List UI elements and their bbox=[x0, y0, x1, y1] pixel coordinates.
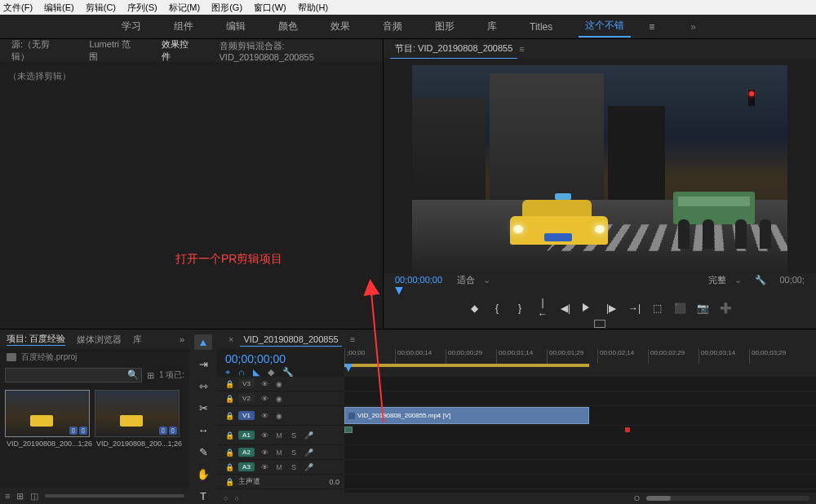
track-content[interactable]: VID_20190808_200855.mp4 [V] bbox=[344, 377, 816, 493]
ws-library[interactable]: 库 bbox=[481, 16, 503, 37]
play-button[interactable] bbox=[583, 303, 594, 314]
tab-program[interactable]: 节目: VID_20190808_200855 bbox=[390, 39, 517, 59]
menu-graphics[interactable]: 图形(G) bbox=[211, 2, 242, 14]
solo-button[interactable]: S bbox=[289, 431, 299, 440]
solo-button[interactable]: S bbox=[289, 463, 299, 471]
tab-menu-icon[interactable]: ≡ bbox=[519, 44, 524, 54]
search-icon[interactable]: 🔍 bbox=[127, 369, 139, 380]
track-v1[interactable]: VID_20190808_200855.mp4 [V] bbox=[344, 406, 816, 426]
track-v2[interactable] bbox=[344, 391, 816, 406]
timeline-zoom-scrollbar[interactable] bbox=[646, 496, 809, 501]
eye-icon[interactable]: 👁 bbox=[259, 431, 269, 440]
mark-out-button[interactable]: } bbox=[514, 303, 526, 314]
menu-file[interactable]: 文件(F) bbox=[3, 2, 33, 14]
zoom-slider[interactable] bbox=[45, 494, 184, 497]
track-header-v1[interactable]: 🔒V1👁◉ bbox=[217, 406, 344, 426]
track-a1[interactable] bbox=[344, 426, 816, 445]
menu-marker[interactable]: 标记(M) bbox=[169, 2, 201, 14]
mic-icon[interactable]: 🎤 bbox=[304, 463, 313, 471]
ws-audio[interactable]: 音频 bbox=[376, 16, 409, 37]
track-header-a2[interactable]: 🔒A2👁MS🎤 bbox=[217, 445, 344, 460]
timeline-playhead[interactable] bbox=[344, 364, 353, 372]
add-marker-button[interactable]: ◆ bbox=[468, 303, 480, 314]
lock-icon[interactable]: 🔒 bbox=[225, 412, 233, 420]
step-back-button[interactable]: ◀| bbox=[560, 303, 571, 314]
lock-icon[interactable]: 🔒 bbox=[225, 431, 233, 440]
hand-tool[interactable]: ✋ bbox=[194, 466, 212, 482]
search-options-icon[interactable]: ⊞ bbox=[147, 370, 154, 381]
ws-effects[interactable]: 效果 bbox=[324, 16, 357, 37]
type-tool[interactable]: T bbox=[194, 489, 212, 504]
selection-tool[interactable]: ▲ bbox=[194, 334, 212, 350]
tab-project[interactable]: 项目: 百度经验 bbox=[7, 333, 65, 346]
ws-custom[interactable]: 这个不错 bbox=[579, 15, 631, 38]
eye-icon[interactable]: 👁 bbox=[259, 395, 269, 403]
eye-icon[interactable]: 👁 bbox=[259, 463, 269, 471]
work-area-bar[interactable] bbox=[344, 364, 589, 367]
program-timecode[interactable]: 00;00;00;00 bbox=[395, 275, 442, 285]
solo-button[interactable]: S bbox=[289, 449, 299, 457]
marker-icon[interactable] bbox=[625, 427, 630, 432]
pen-tool[interactable]: ✎ bbox=[194, 444, 212, 460]
ws-graphics[interactable]: 图形 bbox=[428, 16, 461, 37]
track-v3[interactable] bbox=[344, 377, 816, 391]
extract-button[interactable]: ⬛ bbox=[674, 303, 685, 314]
output-icon[interactable]: ◉ bbox=[274, 395, 284, 403]
lock-icon[interactable]: 🔒 bbox=[225, 449, 233, 457]
track-select-tool[interactable]: ⇥ bbox=[194, 356, 212, 372]
slip-tool[interactable]: ↔ bbox=[194, 422, 212, 438]
track-a3[interactable] bbox=[344, 460, 816, 475]
safe-margins-icon[interactable] bbox=[594, 320, 605, 328]
program-time-ruler[interactable] bbox=[384, 287, 816, 297]
track-label[interactable]: A3 bbox=[238, 462, 255, 471]
timeline-timecode[interactable]: 00;00;00;00 bbox=[225, 352, 336, 365]
go-to-in-button[interactable]: |← bbox=[537, 297, 548, 320]
project-item[interactable]: ▯▯ VID_20190808_200...1;26 bbox=[95, 390, 180, 483]
zoom-fit-dropdown[interactable]: 适合 bbox=[457, 274, 475, 286]
list-view-icon[interactable]: ≡ bbox=[5, 491, 10, 501]
program-playhead[interactable] bbox=[395, 287, 403, 295]
menu-sequence[interactable]: 序列(S) bbox=[127, 2, 157, 14]
icon-view-icon[interactable]: ⊞ bbox=[16, 491, 24, 502]
timeline-ruler[interactable]: ;00;00 00;00;00;14 00;00;00;29 00;00;01;… bbox=[344, 349, 816, 377]
ws-assembly[interactable]: 组件 bbox=[167, 16, 200, 37]
mark-in-button[interactable]: { bbox=[491, 303, 503, 314]
close-sequence-button[interactable]: × bbox=[228, 334, 233, 344]
settings-icon[interactable]: 🔧 bbox=[755, 275, 766, 285]
menu-edit[interactable]: 编辑(E) bbox=[44, 2, 74, 14]
ws-learn[interactable]: 学习 bbox=[115, 16, 148, 37]
ws-overflow-icon[interactable]: » bbox=[684, 18, 701, 36]
program-monitor[interactable] bbox=[384, 59, 816, 273]
track-label[interactable]: V2 bbox=[238, 394, 255, 403]
lock-icon[interactable]: 🔒 bbox=[225, 395, 233, 403]
lock-icon[interactable]: 🔒 bbox=[225, 478, 233, 486]
razor-tool[interactable]: ✂ bbox=[194, 400, 212, 416]
tab-libraries[interactable]: 库 bbox=[133, 334, 142, 346]
resolution-dropdown[interactable]: 完整 bbox=[708, 274, 726, 286]
mute-button[interactable]: M bbox=[274, 449, 284, 457]
audio-clip[interactable] bbox=[344, 427, 353, 433]
menu-clip[interactable]: 剪辑(C) bbox=[86, 2, 116, 14]
eye-icon[interactable]: 👁 bbox=[259, 380, 269, 388]
mic-icon[interactable]: 🎤 bbox=[304, 449, 313, 457]
project-item[interactable]: ▯▯ VID_20190808_200...1;26 bbox=[5, 390, 90, 483]
output-icon[interactable]: ◉ bbox=[274, 380, 284, 388]
sequence-tab[interactable]: VID_20190808_200855 bbox=[240, 333, 341, 347]
mute-button[interactable]: M bbox=[274, 463, 284, 471]
menu-window[interactable]: 窗口(W) bbox=[254, 2, 286, 14]
go-to-out-button[interactable]: →| bbox=[628, 303, 640, 314]
track-header-a3[interactable]: 🔒A3👁MS🎤 bbox=[217, 460, 344, 475]
step-forward-button[interactable]: |▶ bbox=[605, 303, 617, 314]
menu-help[interactable]: 帮助(H) bbox=[298, 2, 328, 14]
track-header-v3[interactable]: 🔒V3👁◉ bbox=[217, 377, 344, 391]
ripple-edit-tool[interactable]: ⇿ bbox=[194, 378, 212, 394]
track-label[interactable]: V3 bbox=[238, 379, 255, 388]
tabs-overflow-icon[interactable]: » bbox=[180, 334, 184, 344]
ws-color[interactable]: 颜色 bbox=[272, 16, 304, 37]
ws-titles[interactable]: Titles bbox=[523, 18, 559, 36]
track-a2[interactable] bbox=[344, 445, 816, 460]
track-header-master[interactable]: 🔒主声道0.0 bbox=[217, 475, 344, 489]
tab-audio-mixer[interactable]: 音频剪辑混合器: VID_20190808_200855 bbox=[215, 37, 383, 65]
toggle-output-btn[interactable]: O bbox=[634, 494, 640, 502]
track-label[interactable]: A1 bbox=[238, 431, 255, 440]
